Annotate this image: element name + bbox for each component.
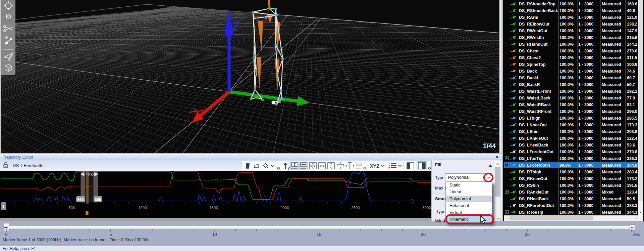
svg-text:1 - 3000: 1 - 3000 [578,42,594,47]
svg-text:1 - 3000: 1 - 3000 [578,55,594,60]
svg-text:563: 563 [77,198,84,202]
svg-text:DS_Chest2: DS_Chest2 [519,55,541,60]
svg-text:1 - 3000: 1 - 3000 [578,123,594,127]
svg-text:DS_LKneeOut: DS_LKneeOut [519,123,547,127]
svg-text:Measured: Measured [602,22,621,27]
svg-text:Z: Z [388,167,390,169]
svg-text:Measured: Measured [602,49,621,53]
svg-text:y: y [288,166,290,170]
svg-text:1 - 3000: 1 - 3000 [578,76,594,80]
svg-text:100.0%: 100.0% [559,197,574,201]
svg-text:1 - 3000: 1 - 3000 [578,35,594,40]
svg-text:Measured: Measured [602,2,621,6]
svg-text:AUTO: AUTO [300,167,307,170]
svg-text:Z: Z [233,19,239,32]
svg-text:1 - 3000: 1 - 3000 [578,2,594,6]
svg-text:100.0%: 100.0% [559,210,574,215]
svg-text:1: 1 [2,204,5,209]
svg-text:Measured: Measured [602,15,621,20]
svg-text:1 - 3000: 1 - 3000 [578,102,594,107]
svg-text:100.0%: 100.0% [559,82,574,87]
svg-text:83.1: 83.1 [627,102,635,107]
svg-text:100.0%: 100.0% [559,55,574,60]
svg-text:1 - 3000: 1 - 3000 [578,163,594,168]
svg-text:100.0%: 100.0% [559,102,574,107]
svg-text:100.0%: 100.0% [559,35,574,40]
svg-text:100.0%: 100.0% [559,89,574,94]
svg-text:1 - 3000: 1 - 3000 [578,22,594,27]
svg-text:1 - 3000: 1 - 3000 [578,15,594,20]
svg-text:121.0: 121.0 [627,15,637,20]
svg-text:1 - 3000: 1 - 3000 [578,69,594,74]
svg-text:X: X [388,162,390,165]
svg-text:500: 500 [68,206,75,210]
svg-text:304.9: 304.9 [627,163,637,168]
svg-text:Measured: Measured [602,116,621,121]
svg-text:1 - 3000: 1 - 3000 [578,197,594,201]
svg-text:sec: sec [633,232,640,237]
svg-text:DS_WaistLBack: DS_WaistLBack [519,96,550,100]
svg-text:Measured: Measured [602,163,621,168]
svg-text:Measured: Measured [602,29,621,33]
svg-text:100.0%: 100.0% [559,170,574,174]
svg-text:685: 685 [95,198,101,202]
svg-text:Measured: Measured [602,197,621,201]
svg-text:100.0%: 100.0% [559,143,574,148]
svg-text:Measured: Measured [602,109,621,114]
svg-text:344.3: 344.3 [627,210,637,215]
svg-text:Measured: Measured [602,203,621,208]
svg-text:100.0%: 100.0% [559,62,574,67]
svg-text:292.2: 292.2 [627,89,637,94]
svg-text:100.0%: 100.0% [559,203,574,208]
svg-text:DS_LForefootOut: DS_LForefootOut [519,150,553,154]
svg-text:296.0: 296.0 [627,109,637,114]
svg-text:1 - 3000: 1 - 3000 [578,183,594,188]
svg-text:Measured: Measured [602,123,621,127]
svg-text:77.9: 77.9 [627,96,635,100]
svg-text:1 - 3000: 1 - 3000 [578,156,594,161]
svg-text:100.0%: 100.0% [559,156,574,161]
svg-text:1 - 3000: 1 - 3000 [578,203,594,208]
svg-text:50.5: 50.5 [627,197,635,201]
svg-text:100.0%: 100.0% [559,183,574,188]
svg-text:100.9: 100.9 [627,62,637,67]
svg-text:123: 123 [86,172,93,177]
svg-text:1 - 3000: 1 - 3000 [578,49,594,53]
svg-text:1 - 3000: 1 - 3000 [578,170,594,174]
svg-text:Measured: Measured [602,35,621,40]
svg-text:100.0%: 100.0% [559,2,574,6]
svg-text:Measured: Measured [602,136,621,141]
svg-text:1 - 3000: 1 - 3000 [578,29,594,33]
svg-text:DS_RShin: DS_RShin [519,183,539,188]
svg-text:DS_RWristOut: DS_RWristOut [519,29,547,33]
svg-text:1 - 3000: 1 - 3000 [578,89,594,94]
svg-text:Measured: Measured [602,89,621,94]
svg-text:60.7: 60.7 [627,76,635,80]
svg-text:DS_LForefootIn: DS_LForefootIn [519,163,550,168]
svg-text:DS_RForefootOut: DS_RForefootOut [519,203,554,208]
svg-text:1 - 3000: 1 - 3000 [578,129,594,134]
svg-text:DS_WaistLFront: DS_WaistLFront [519,89,551,94]
svg-text:DS_RArm: DS_RArm [519,15,538,20]
svg-text:288.3: 288.3 [627,203,637,208]
svg-text:147.9: 147.9 [627,29,637,33]
svg-text:1 - 3000: 1 - 3000 [578,62,594,67]
svg-text:DS_RAnkleOut: DS_RAnkleOut [519,190,548,195]
svg-text:Measured: Measured [602,76,621,80]
svg-text:74.6: 74.6 [627,69,635,74]
svg-text:Measured: Measured [602,176,621,181]
svg-text:Measured: Measured [602,62,621,67]
svg-text:DS_RShoulderBack: DS_RShoulderBack [519,8,558,13]
svg-text:1 - 3000: 1 - 3000 [578,210,594,215]
svg-text:25: 25 [525,232,530,237]
svg-text:DS_RWristIn: DS_RWristIn [519,35,544,40]
svg-text:100.0%: 100.0% [559,96,574,100]
svg-text:DS_LHeelBack: DS_LHeelBack [519,143,548,148]
svg-text:100.0%: 100.0% [559,29,574,33]
svg-text:173.3: 173.3 [627,123,637,127]
svg-text:DS_RToeTip: DS_RToeTip [519,210,543,215]
svg-text:Measured: Measured [602,42,621,47]
svg-text:20: 20 [421,232,426,237]
svg-text:DS_WaistRFront: DS_WaistRFront [519,109,551,114]
svg-text:2000: 2000 [280,206,289,210]
